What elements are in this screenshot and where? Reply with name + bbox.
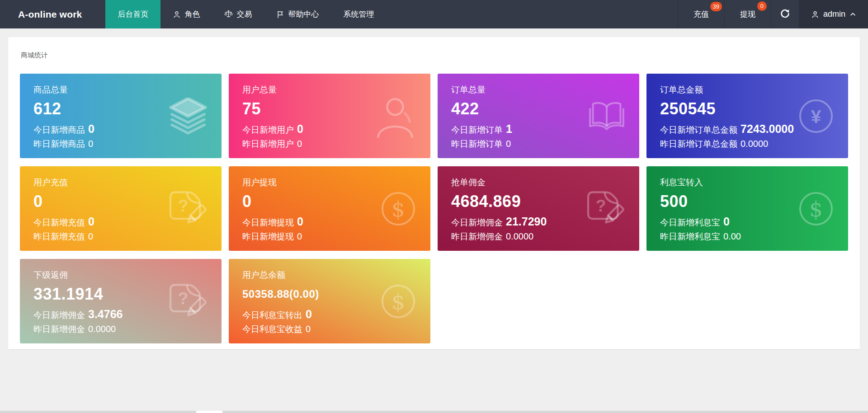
withdraw-label: 提现: [740, 9, 755, 19]
dollar-circle-icon: $: [798, 191, 834, 226]
stat-card: 用户充值 0 今日新增充值0 昨日新增充值0 ¥: [20, 166, 222, 251]
stat-card-today-line: 今日利息宝转出0: [242, 307, 354, 322]
svg-text:?: ?: [596, 196, 606, 215]
username: admin: [823, 9, 845, 19]
svg-text:¥: ¥: [811, 106, 821, 127]
stat-card-yesterday-line: 昨日新增利息宝0.00: [660, 230, 771, 244]
stat-card-title: 抢单佣金: [451, 177, 562, 188]
stat-card-title: 用户总余额: [242, 270, 354, 281]
user-menu[interactable]: admin: [799, 0, 868, 28]
stat-card-value: 50358.88(0.00): [242, 285, 354, 303]
scales-icon: [224, 10, 233, 19]
tab-dashboard[interactable]: 后台首页: [105, 0, 160, 28]
stat-card-yesterday-line: 昨日新增充值0: [33, 230, 145, 244]
user-icon: [811, 10, 819, 19]
stats-grid: 商品总量 612 今日新增商品0 昨日新增商品0 ¥: [20, 74, 848, 343]
withdraw-button[interactable]: 提现 0: [724, 0, 771, 28]
stat-card: 用户总量 75 今日新增用户0 昨日新增用户0 ¥: [229, 74, 430, 158]
stat-card-value: 612: [33, 100, 145, 118]
stat-card-today-line: 今日新增利息宝0: [660, 215, 771, 230]
tab-roles[interactable]: 角色: [160, 0, 212, 28]
top-navbar: A-online work 后台首页 角色 交易: [0, 0, 868, 28]
stat-card: 商品总量 612 今日新增商品0 昨日新增商品0 ¥: [20, 74, 222, 158]
chevron-up-icon: [849, 11, 856, 18]
stat-card-title: 订单总金额: [660, 84, 771, 95]
stat-card: 订单总金额 250545 今日新增订单总金额7243.0000 昨日新增订单总金…: [646, 74, 848, 158]
recharge-button[interactable]: 充值 39: [678, 0, 724, 28]
stat-card-title: 订单总量: [451, 84, 562, 95]
stat-card-title: 用户提现: [242, 177, 354, 188]
stat-card-title: 商品总量: [33, 84, 145, 95]
stat-card-value: 250545: [660, 100, 771, 118]
tab-roles-label: 角色: [184, 9, 200, 19]
stat-card-title: 用户充值: [33, 177, 145, 188]
withdraw-count-badge: 0: [757, 1, 767, 11]
stat-card-title: 利息宝转入: [660, 177, 771, 188]
person-icon: [374, 94, 416, 138]
yen-circle-icon: ¥: [798, 99, 834, 134]
tab-help-center-label: 帮助中心: [288, 9, 319, 19]
brand-logo[interactable]: A-online work: [0, 0, 105, 28]
stat-card: 利息宝转入 500 今日新增利息宝0 昨日新增利息宝0.00 ¥: [646, 166, 848, 251]
stat-card-today-line: 今日新增佣金21.7290: [451, 215, 562, 230]
main-nav-tabs: 后台首页 角色 交易: [105, 0, 386, 28]
refresh-button[interactable]: [771, 0, 799, 28]
stat-card-today-line: 今日新增佣金3.4766: [33, 307, 145, 322]
svg-text:$: $: [392, 197, 405, 221]
stat-card: 用户提现 0 今日新增提现0 昨日新增提现0 ¥: [229, 166, 430, 251]
stat-card-yesterday-line: 昨日新增提现0: [242, 230, 354, 244]
tab-system-admin-label: 系统管理: [343, 9, 374, 19]
below-fold-edge: [0, 411, 868, 413]
stat-card-yesterday-line: 昨日新增佣金0.0000: [33, 322, 145, 336]
tab-dashboard-label: 后台首页: [118, 9, 148, 19]
stat-card-title: 下级返佣: [33, 270, 145, 281]
tab-system-admin[interactable]: 系统管理: [331, 0, 386, 28]
stat-card-value: 75: [242, 100, 354, 118]
tab-transactions[interactable]: 交易: [212, 0, 264, 28]
stat-card: 订单总量 422 今日新增订单1 昨日新增订单0 ¥: [438, 74, 639, 158]
stat-card: 用户总余额 50358.88(0.00) 今日利息宝转出0 今日利息宝收益0 ¥: [229, 259, 430, 343]
contract-pencil-icon: ?: [165, 281, 207, 322]
contract-pencil-icon: ?: [582, 188, 625, 229]
tab-transactions-label: 交易: [236, 9, 252, 19]
stat-card-today-line: 今日新增提现0: [242, 215, 354, 230]
stat-card-yesterday-line: 昨日新增商品0: [33, 137, 145, 151]
stat-card-today-line: 今日新增订单总金额7243.0000: [660, 122, 771, 137]
stat-card: 抢单佣金 4684.869 今日新增佣金21.7290 昨日新增佣金0.0000…: [438, 166, 639, 251]
stat-card-yesterday-line: 今日利息宝收益0: [242, 322, 354, 336]
stat-card-today-line: 今日新增充值0: [33, 215, 145, 230]
book-icon: [589, 101, 625, 131]
stat-card-value: 422: [451, 100, 562, 118]
svg-text:$: $: [809, 197, 823, 221]
stat-card-yesterday-line: 昨日新增订单总金额0.0000: [660, 137, 771, 151]
panel-title: 商城统计: [20, 47, 848, 60]
stat-card-value: 0: [33, 192, 145, 211]
contract-pencil-icon: ?: [165, 188, 207, 229]
stat-card-title: 用户总量: [242, 84, 354, 95]
stat-card-today-line: 今日新增商品0: [33, 122, 145, 137]
dollar-circle-icon: $: [381, 191, 416, 226]
svg-text:?: ?: [178, 288, 189, 307]
svg-text:?: ?: [178, 196, 189, 215]
dollar-circle-icon: $: [381, 284, 416, 319]
stat-card-yesterday-line: 昨日新增用户0: [242, 137, 354, 151]
stat-card-value: 4684.869: [451, 192, 562, 211]
stat-card-yesterday-line: 昨日新增佣金0.0000: [451, 230, 562, 244]
recharge-label: 充值: [693, 9, 709, 19]
stat-card: 下级返佣 331.1914 今日新增佣金3.4766 昨日新增佣金0.0000 …: [20, 259, 222, 343]
layers-icon: [169, 98, 207, 135]
stat-card-today-line: 今日新增用户0: [242, 122, 354, 137]
refresh-icon: [780, 8, 790, 20]
stat-card-today-line: 今日新增订单1: [451, 122, 562, 137]
stat-card-value: 331.1914: [33, 285, 145, 303]
svg-text:$: $: [392, 290, 405, 314]
stat-card-value: 500: [660, 192, 771, 211]
stats-panel: 商城统计 商品总量 612 今日新增商品0 昨日新增商品0 ¥: [8, 37, 860, 349]
tab-help-center[interactable]: 帮助中心: [264, 0, 331, 28]
flag-icon: [276, 10, 284, 19]
recharge-count-badge: 39: [710, 2, 722, 11]
person-icon: [173, 10, 181, 19]
stat-card-yesterday-line: 昨日新增订单0: [451, 137, 562, 151]
stat-card-value: 0: [242, 192, 354, 211]
navbar-spacer: [386, 0, 678, 28]
